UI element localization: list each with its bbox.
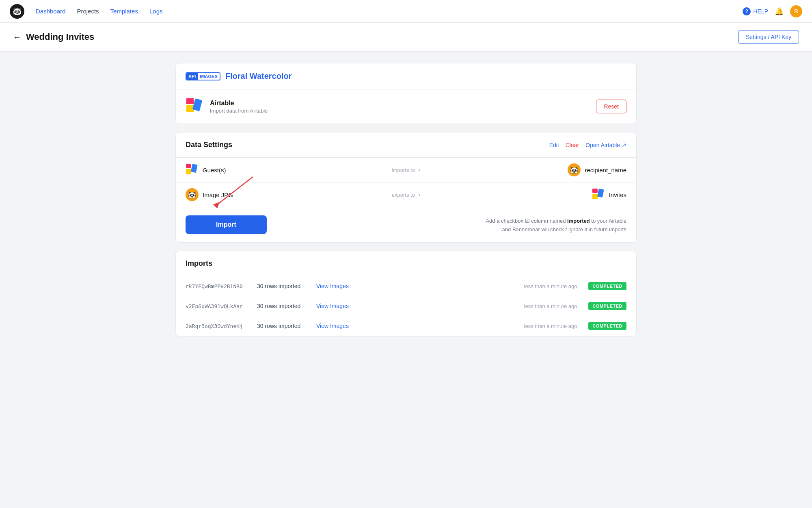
status-badge-3: COMPLETED xyxy=(588,322,626,330)
template-name: Floral Watercolor xyxy=(225,72,292,81)
avatar[interactable]: R xyxy=(790,5,802,17)
mapping-right-1: 🐼 recipient_name xyxy=(479,163,626,176)
mapping-left-2: 🐼 Image JPG xyxy=(186,188,333,201)
airtable-small-logo-icon xyxy=(186,163,199,176)
data-settings-title: Data Settings xyxy=(186,141,232,149)
import-row-2: v2EpGxWA391wQLkAar 30 rows imported View… xyxy=(176,296,636,316)
template-card-header: API IMAGES Floral Watercolor xyxy=(176,63,636,89)
svg-rect-3 xyxy=(186,98,194,104)
mapping-center-1: imports to › xyxy=(333,166,479,174)
main-content: API IMAGES Floral Watercolor Airtable Im… xyxy=(162,52,650,348)
template-card: API IMAGES Floral Watercolor Airtable Im… xyxy=(175,63,637,124)
svg-rect-5 xyxy=(191,164,198,173)
api-images-badge: API IMAGES xyxy=(186,72,220,80)
status-badge-2: COMPLETED xyxy=(588,302,626,310)
view-images-link-2[interactable]: View Images xyxy=(316,303,518,309)
mapping-center-2: exports to › xyxy=(333,191,479,198)
nav-templates[interactable]: Templates xyxy=(110,8,138,15)
import-count-1: 30 rows imported xyxy=(257,283,310,289)
mapping-left-field-2: Image JPG xyxy=(203,191,233,198)
import-time-3: less than a minute ago xyxy=(524,323,577,329)
view-images-link-3[interactable]: View Images xyxy=(316,323,518,329)
reset-button[interactable]: Reset xyxy=(596,100,626,113)
import-id-1: rk7YEQwBmPPV2B1NR0 xyxy=(186,283,251,289)
page-title-area: ← Wedding Invites xyxy=(13,32,94,42)
status-badge-1: COMPLETED xyxy=(588,282,626,290)
mapping-direction-2: exports to xyxy=(392,192,415,198)
import-id-2: v2EpGxWA391wQLkAar xyxy=(186,303,251,309)
import-button[interactable]: Import xyxy=(186,215,267,234)
navbar-right: ? HELP 🔔 R xyxy=(743,5,802,17)
help-label: HELP xyxy=(753,8,768,15)
bannerbear-icon-1: 🐼 xyxy=(568,163,581,176)
edit-link[interactable]: Edit xyxy=(549,142,559,148)
settings-api-key-button[interactable]: Settings / API Key xyxy=(738,30,799,44)
import-row-3: 2aRqr3oqX3GwdYneKj 30 rows imported View… xyxy=(176,316,636,336)
nav-projects[interactable]: Projects xyxy=(77,8,99,15)
import-id-3: 2aRqr3oqX3GwdYneKj xyxy=(186,323,251,329)
page-header: ← Wedding Invites Settings / API Key xyxy=(0,23,812,52)
clear-link[interactable]: Clear xyxy=(566,142,579,148)
logo-icon: 🐼 xyxy=(10,4,24,19)
import-hint: Add a checkbox ☑ column named imported t… xyxy=(276,215,626,234)
navbar: 🐼 Dashboard Projects Templates Logs ? HE… xyxy=(0,0,812,23)
mapping-left-field-1: Guest(s) xyxy=(203,167,226,174)
mapping-right-2: Invites xyxy=(479,188,626,201)
import-time-1: less than a minute ago xyxy=(524,283,577,289)
imports-title: Imports xyxy=(186,259,212,267)
mapping-left-1: Guest(s) xyxy=(186,163,333,176)
view-images-link-1[interactable]: View Images xyxy=(316,283,518,289)
back-button[interactable]: ← xyxy=(13,33,21,42)
svg-rect-9 xyxy=(592,189,598,193)
svg-rect-7 xyxy=(592,194,598,199)
airtable-logo-icon xyxy=(186,98,203,115)
svg-rect-8 xyxy=(597,189,604,198)
import-row-1: rk7YEQwBmPPV2B1NR0 30 rows imported View… xyxy=(176,276,636,296)
notification-bell-icon[interactable]: 🔔 xyxy=(775,7,784,16)
airtable-name: Airtable xyxy=(210,100,590,107)
data-settings-actions: Edit Clear Open Airtable ↗ xyxy=(549,142,626,148)
import-btn-wrapper: Import xyxy=(186,215,267,234)
svg-rect-1 xyxy=(192,98,203,111)
arrow-right-icon-2: › xyxy=(418,191,420,198)
airtable-small-logo-right-icon xyxy=(592,188,605,201)
import-count-3: 30 rows imported xyxy=(257,323,310,329)
page-title: Wedding Invites xyxy=(26,32,94,42)
mapping-right-field-2: Invites xyxy=(609,191,626,198)
data-settings-card: Data Settings Edit Clear Open Airtable ↗… xyxy=(175,132,637,243)
nav-logs[interactable]: Logs xyxy=(149,8,163,15)
svg-rect-4 xyxy=(186,169,191,174)
arrow-right-icon-1: › xyxy=(418,166,420,174)
open-airtable-link[interactable]: Open Airtable ↗ xyxy=(585,142,626,148)
data-settings-header: Data Settings Edit Clear Open Airtable ↗ xyxy=(176,132,636,158)
airtable-row: Airtable Import data from Airtable Reset xyxy=(176,89,636,124)
nav-dashboard[interactable]: Dashboard xyxy=(36,8,65,15)
api-badge-part: API xyxy=(186,73,198,80)
mapping-right-field-1: recipient_name xyxy=(585,167,626,174)
mapping-row-2: 🐼 Image JPG exports to › Invites xyxy=(176,182,636,207)
imports-header: Imports xyxy=(176,251,636,276)
images-badge-part: IMAGES xyxy=(198,73,219,80)
mapping-direction-1: imports to xyxy=(392,167,415,173)
airtable-desc: Import data from Airtable xyxy=(210,108,590,114)
import-time-2: less than a minute ago xyxy=(524,303,577,309)
import-section: Import Add a checkbox ☑ column named imp… xyxy=(176,207,636,242)
airtable-info: Airtable Import data from Airtable xyxy=(210,100,590,114)
imports-card: Imports rk7YEQwBmPPV2B1NR0 30 rows impor… xyxy=(175,251,637,336)
import-count-2: 30 rows imported xyxy=(257,303,310,309)
help-button[interactable]: ? HELP xyxy=(743,7,768,15)
help-icon: ? xyxy=(743,7,751,15)
bannerbear-icon-2: 🐼 xyxy=(186,188,199,201)
mapping-row: Guest(s) imports to › 🐼 recipient_name xyxy=(176,158,636,182)
svg-rect-0 xyxy=(186,105,194,112)
svg-rect-6 xyxy=(186,164,191,168)
